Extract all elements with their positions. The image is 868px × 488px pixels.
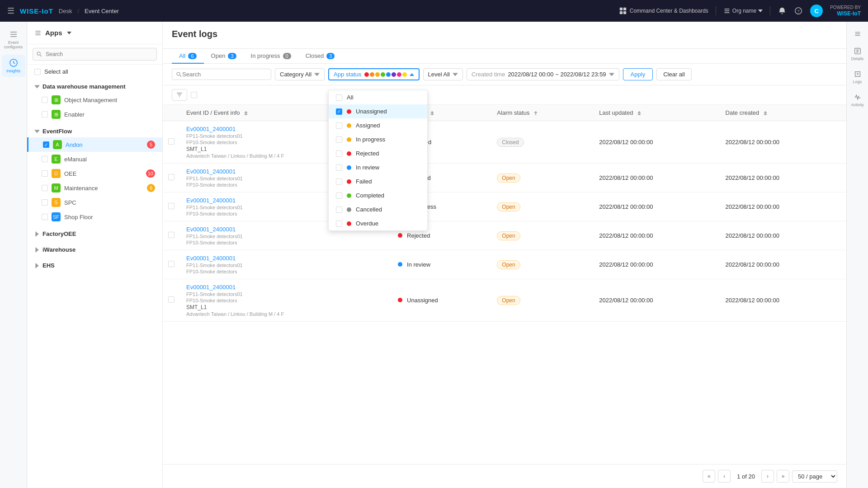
org-selector[interactable]: Org name: [723, 7, 763, 14]
dropdown-item-rejected[interactable]: Rejected: [329, 146, 427, 160]
nav-search-input[interactable]: [33, 48, 157, 61]
dropdown-item-all[interactable]: All: [329, 90, 427, 104]
checkbox-in-review[interactable]: [336, 164, 342, 171]
right-panel-details[interactable]: Details: [848, 43, 868, 65]
tab-all[interactable]: All 6: [172, 49, 204, 64]
dropdown-item-overdue[interactable]: Overdue: [329, 216, 427, 230]
page-size-select[interactable]: 50 / page 25 / page 100 / page: [792, 470, 837, 483]
level-filter-button[interactable]: Level All: [423, 68, 463, 80]
nav-item-emanual[interactable]: E eManual: [27, 152, 162, 166]
pagination: « ‹ 1 of 20 › » 50 / page 25 / page 100 …: [163, 464, 846, 488]
dropdown-item-unassigned[interactable]: Unassigned: [329, 104, 427, 118]
dot-gold: [402, 72, 407, 77]
app-status-dropdown: All Unassigned Assigned: [328, 90, 428, 231]
nav-item-object-management[interactable]: ⊞ Object Management: [27, 93, 162, 107]
select-all-checkbox[interactable]: [34, 69, 41, 75]
nav-item-enabler[interactable]: ⊞ Enabler: [27, 107, 162, 122]
filters-bar: Category All App status: [163, 64, 846, 85]
nav-item-oee[interactable]: O OEE 10: [27, 166, 162, 181]
dropdown-item-failed[interactable]: Failed: [329, 174, 427, 188]
checkbox-assigned[interactable]: [336, 122, 342, 129]
page-next-button[interactable]: ›: [761, 470, 774, 483]
nav-group-header-ehs[interactable]: EHS: [27, 259, 162, 272]
row-last-updated-0: 2022/08/12 00:00:00: [594, 121, 720, 164]
filter-search-input[interactable]: [182, 71, 267, 78]
right-panel: Details Logs Activity: [846, 22, 868, 488]
table-filter-icon-button[interactable]: [172, 89, 187, 101]
row-alarm-status-1: Open: [491, 164, 594, 192]
row-checkbox-5[interactable]: [163, 279, 181, 322]
page-first-button[interactable]: «: [703, 470, 715, 483]
right-panel-activity[interactable]: Activity: [848, 89, 868, 111]
nav-item-maintenance[interactable]: M Maintenance 6: [27, 181, 162, 195]
notification-icon[interactable]: [778, 6, 787, 15]
row-app-status-5: Unassigned: [392, 279, 491, 322]
icon-sidebar: Eventconfigures Insights: [0, 22, 27, 488]
page-last-button[interactable]: »: [777, 470, 789, 483]
checkbox-all[interactable]: [336, 94, 342, 101]
checkbox-overdue[interactable]: [336, 221, 342, 227]
nav-group-header-iwarehouse[interactable]: iWarehouse: [27, 244, 162, 256]
event-id-link-5[interactable]: Ev00001_2400001: [186, 284, 387, 291]
checkbox-rejected[interactable]: [336, 150, 342, 157]
tab-in-progress[interactable]: In progress 0: [244, 49, 298, 64]
user-avatar[interactable]: C: [810, 5, 823, 17]
row-checkbox-3[interactable]: [163, 221, 181, 250]
page-prev-button[interactable]: ‹: [718, 470, 731, 483]
checkbox-completed[interactable]: [336, 192, 342, 199]
dropdown-item-in-progress[interactable]: In progress: [329, 132, 427, 146]
topbar-separator: /: [77, 8, 79, 14]
command-center-button[interactable]: Command Center & Dashboards: [619, 7, 708, 15]
checkbox-in-progress[interactable]: [336, 136, 342, 143]
row-checkbox-0[interactable]: [163, 121, 181, 164]
checkbox-failed[interactable]: [336, 178, 342, 185]
hamburger-icon[interactable]: ☰: [7, 6, 14, 16]
col-date-created[interactable]: Date created: [720, 105, 846, 121]
row-checkbox-4[interactable]: [163, 250, 181, 279]
checkbox-cancelled[interactable]: [336, 206, 342, 213]
category-filter-button[interactable]: Category All: [275, 68, 325, 80]
dropdown-item-completed[interactable]: Completed: [329, 188, 427, 202]
event-id-link-4[interactable]: Ev00001_2400001: [186, 255, 387, 262]
select-all-row[interactable]: Select all: [27, 65, 162, 79]
emanual-icon: E: [52, 155, 61, 164]
right-panel-collapse[interactable]: [848, 26, 868, 42]
nav-item-andon[interactable]: A Andon 5: [27, 137, 162, 152]
row-checkbox-2[interactable]: [163, 192, 181, 221]
spc-icon: S: [52, 198, 61, 207]
select-all-label: Select all: [44, 68, 68, 75]
right-panel-logs[interactable]: Logs: [848, 66, 868, 88]
tab-open[interactable]: Open 3: [204, 49, 244, 64]
row-date-created-5: 2022/08/12 00:00:00: [720, 279, 846, 322]
app-status-filter-button[interactable]: App status: [328, 68, 419, 80]
row-checkbox-1[interactable]: [163, 164, 181, 192]
apply-button[interactable]: Apply: [623, 68, 653, 80]
nav-item-spc[interactable]: S SPC: [27, 195, 162, 210]
dropdown-item-in-review[interactable]: In review: [329, 160, 427, 174]
dot-inprogress: [347, 137, 351, 142]
events-table: Event ID / Event info App status Alarm s…: [163, 105, 846, 322]
app-status-label: App status: [334, 71, 361, 78]
table-select-all-checkbox[interactable]: [191, 92, 197, 98]
sidebar-item-event-configures[interactable]: Eventconfigures: [2, 26, 25, 53]
filter-search-box[interactable]: [172, 69, 271, 80]
row-alarm-status-0: Closed: [491, 121, 594, 164]
dropdown-item-assigned[interactable]: Assigned: [329, 118, 427, 132]
tab-closed[interactable]: Closed 3: [298, 49, 342, 64]
col-last-updated[interactable]: Last updated: [594, 105, 720, 121]
table-area: Event ID / Event info App status Alarm s…: [163, 85, 846, 464]
col-alarm-status[interactable]: Alarm status: [491, 105, 594, 121]
clear-all-button[interactable]: Clear all: [656, 68, 692, 80]
row-date-created-3: 2022/08/12 00:00:00: [720, 221, 846, 250]
nav-group-header-data-warehouse[interactable]: Data warehouse management: [27, 80, 162, 93]
created-time-filter-button[interactable]: Created time 2022/08/12 00:00 ~ 2022/08/…: [467, 68, 619, 80]
checkbox-unassigned[interactable]: [336, 108, 342, 115]
row-alarm-status-5: Open: [491, 279, 594, 322]
nav-group-header-eventflow[interactable]: EventFlow: [27, 125, 162, 137]
nav-group-header-factory-oee[interactable]: FactoryOEE: [27, 228, 162, 240]
sidebar-item-insights[interactable]: Insights: [2, 55, 25, 77]
nav-header: Apps: [27, 22, 162, 44]
nav-item-shop-floor[interactable]: SF Shop Floor: [27, 210, 162, 224]
dropdown-item-cancelled[interactable]: Cancelled: [329, 202, 427, 216]
help-icon[interactable]: ?: [794, 6, 803, 15]
